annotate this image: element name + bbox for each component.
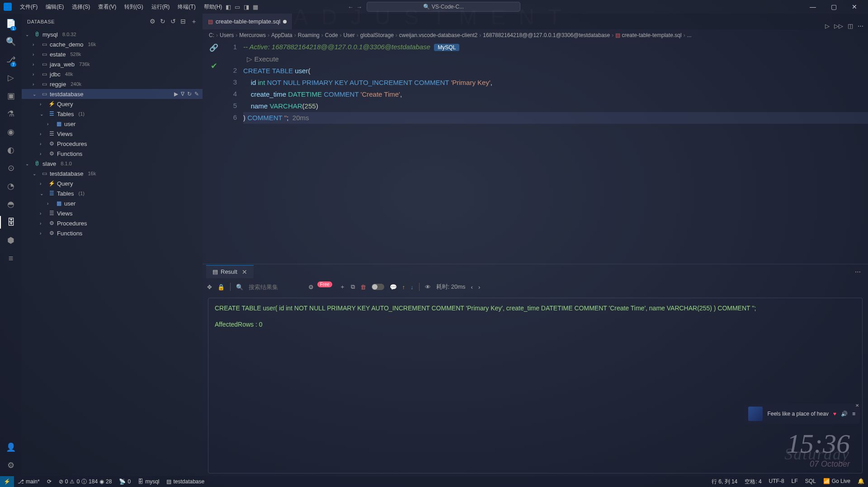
eol[interactable]: LF xyxy=(788,478,802,484)
tree-item[interactable]: ›▭reggie240k xyxy=(22,79,203,89)
tree-item[interactable]: ›⚙Functions xyxy=(22,149,203,159)
tree-item[interactable]: ›⚙Functions xyxy=(22,228,203,238)
code-editor[interactable]: 🔗 ✔ 1 23456 -- Active: 1687882164218@@12… xyxy=(203,41,868,264)
menu-item[interactable]: 选择(S) xyxy=(68,1,94,13)
testing-icon[interactable]: ⚗ xyxy=(5,108,17,120)
up-arrow-icon[interactable]: ↑ xyxy=(402,284,406,290)
close-window-button[interactable]: ✕ xyxy=(844,0,864,13)
copy-icon[interactable]: ⧉ xyxy=(351,283,355,290)
breadcrumb-segment[interactable]: Mercurows xyxy=(239,32,266,38)
minimize-button[interactable]: — xyxy=(803,0,823,13)
activity-icon-8[interactable]: ⊙ xyxy=(5,162,17,174)
tree-item[interactable]: ⌄☰Tables(1) xyxy=(22,188,203,198)
nav-forward-icon[interactable]: → xyxy=(356,4,362,10)
notifications-icon[interactable]: 🔔 xyxy=(854,478,868,484)
next-icon[interactable]: › xyxy=(478,284,480,290)
breadcrumb-segment[interactable]: Code xyxy=(325,32,338,38)
run-all-icon[interactable]: ▷▷ xyxy=(834,23,843,29)
breadcrumb-file[interactable]: ▤ create-table-template.sql xyxy=(615,32,681,38)
maximize-button[interactable]: ▢ xyxy=(824,0,844,13)
language[interactable]: SQL xyxy=(802,478,820,484)
activity-icon-9[interactable]: ◔ xyxy=(5,180,17,192)
cursor-pos[interactable]: 行 6, 列 14 xyxy=(708,478,741,486)
layout-panel-icon[interactable]: ▭ xyxy=(235,4,240,10)
encoding[interactable]: UTF-8 xyxy=(765,478,788,484)
ports[interactable]: 📡 0 xyxy=(115,476,134,487)
tree-item[interactable]: ›⚡Query xyxy=(22,99,203,109)
menu-item[interactable]: 查看(V) xyxy=(94,1,120,13)
status-schema[interactable]: ▤ testdatabase xyxy=(163,476,208,487)
playlist-icon[interactable]: ≡ xyxy=(852,411,855,417)
collapse-icon[interactable]: ⊟ xyxy=(180,18,186,26)
tree-item[interactable]: ›▭estate528k xyxy=(22,49,203,59)
breadcrumb-segment[interactable]: 1687882164218@@127.0.0.1@3306@testdataba… xyxy=(483,32,610,38)
move-icon[interactable]: ✥ xyxy=(207,284,212,290)
tree-item[interactable]: ›☰Views xyxy=(22,129,203,139)
account-icon[interactable]: 👤 xyxy=(5,441,17,454)
tree-item[interactable]: ›⚡Query xyxy=(22,178,203,188)
problems[interactable]: ⊘ 0 ⚠ 0 ⓘ 184 ◉ 28 xyxy=(55,476,116,487)
tree-item[interactable]: ⌄▭testdatabase16k xyxy=(22,169,203,178)
tree-item[interactable]: ›▦user xyxy=(22,198,203,208)
run-icon[interactable]: ▷ xyxy=(825,23,830,29)
tree-item[interactable]: ›⚙Procedures xyxy=(22,218,203,228)
add-icon[interactable]: ＋ xyxy=(340,283,345,291)
search-activity-icon[interactable]: 🔍 xyxy=(5,35,17,48)
eye-icon[interactable]: 👁 xyxy=(425,284,431,290)
status-db[interactable]: 🗄 mysql xyxy=(134,476,163,487)
tree-item[interactable]: ⌄🛢slave8.1.0 xyxy=(22,159,203,169)
breadcrumb-segment[interactable]: AppData xyxy=(271,32,292,38)
breadcrumb-segment[interactable]: User xyxy=(343,32,354,38)
run-debug-icon[interactable]: ▷ xyxy=(5,71,17,84)
editor-tab[interactable]: ▤ create-table-template.sql xyxy=(203,14,292,29)
panel-more-icon[interactable]: ⋯ xyxy=(855,268,864,275)
new-icon[interactable]: ✎ xyxy=(194,91,199,97)
breadcrumb-segment[interactable]: Roaming xyxy=(298,32,320,38)
refresh-icon[interactable]: ↻ xyxy=(160,18,166,26)
breadcrumb[interactable]: C: › Users › Mercurows › AppData › Roami… xyxy=(203,29,868,41)
indent[interactable]: 空格: 4 xyxy=(741,478,765,486)
tree-item[interactable]: ›⚙Procedures xyxy=(22,139,203,149)
scm-icon[interactable]: ⎇7 xyxy=(5,53,17,66)
add-connection-icon[interactable]: ＋ xyxy=(191,18,198,26)
tree-item[interactable]: ›☰Views xyxy=(22,208,203,218)
gear-icon[interactable]: ⚙ xyxy=(308,284,314,290)
tree-item[interactable]: ⌄🛢mysql8.0.32 xyxy=(22,29,203,39)
settings-gear-icon[interactable]: ⚙ xyxy=(5,459,17,472)
menu-item[interactable]: 编辑(E) xyxy=(42,1,67,13)
lock-icon[interactable]: 🔒 xyxy=(217,284,225,290)
command-center[interactable]: 🔍 VS-Code-C... xyxy=(367,2,520,12)
close-icon[interactable]: ✕ xyxy=(855,403,859,408)
layout-sidebar-right-icon[interactable]: ◨ xyxy=(244,4,249,10)
close-icon[interactable]: ✕ xyxy=(242,268,247,276)
remote-button[interactable]: ⚡ xyxy=(0,476,14,487)
comment-icon[interactable]: 💬 xyxy=(390,284,397,290)
volume-icon[interactable]: 🔊 xyxy=(841,411,848,417)
heart-icon[interactable]: ♥ xyxy=(833,411,836,417)
extensions-icon[interactable]: ▣ xyxy=(5,89,17,102)
result-tab[interactable]: ▤ Result ✕ xyxy=(206,265,254,278)
go-live[interactable]: 📶 Go Live xyxy=(820,478,854,484)
menu-item[interactable]: 运行(R) xyxy=(148,1,174,13)
breadcrumb-segment[interactable]: Users xyxy=(220,32,234,38)
git-branch[interactable]: ⎇ main* xyxy=(14,476,43,487)
tree-item[interactable]: ⌄☰Tables(1) xyxy=(22,109,203,119)
terminal-icon[interactable]: ▶ xyxy=(174,91,178,97)
activity-icon-13[interactable]: ≡ xyxy=(5,252,17,265)
breadcrumb-segment[interactable]: globalStorage xyxy=(360,32,394,38)
activity-icon-10[interactable]: ◓ xyxy=(5,198,17,211)
toggle-switch[interactable] xyxy=(372,284,384,290)
filter-icon[interactable]: ∇ xyxy=(181,91,184,97)
settings-icon[interactable]: ⚙ xyxy=(150,18,156,26)
breadcrumb-segment[interactable]: C: xyxy=(209,32,214,38)
database-activity-icon[interactable]: 🗄 xyxy=(0,216,22,229)
menu-item[interactable]: 帮助(H) xyxy=(200,1,226,13)
menu-item[interactable]: 文件(F) xyxy=(16,1,41,13)
tree-item[interactable]: ›▦user xyxy=(22,119,203,129)
music-widget[interactable]: ✕ Feels like a place of heav ♥ 🔊 ≡ xyxy=(744,404,860,424)
activity-icon-12[interactable]: ⬢ xyxy=(5,234,17,247)
layout-customize-icon[interactable]: ▦ xyxy=(253,4,258,10)
remote-icon[interactable]: ◉ xyxy=(5,126,17,138)
layout-sidebar-left-icon[interactable]: ◧ xyxy=(226,4,231,10)
result-search-input[interactable] xyxy=(249,284,303,290)
